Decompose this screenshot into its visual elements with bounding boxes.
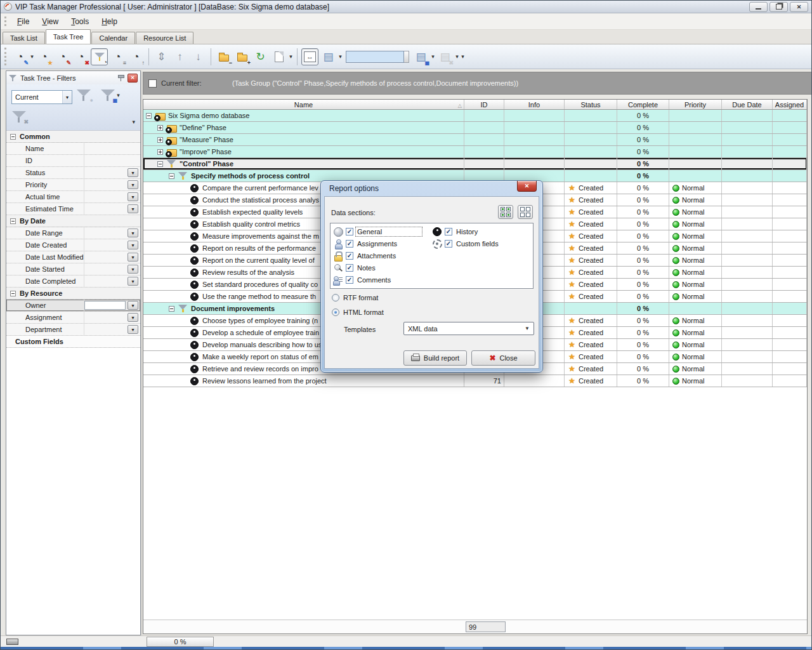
data-section-attachments[interactable]: Attachments: [333, 249, 422, 262]
column-header-id[interactable]: ID: [464, 100, 504, 109]
filter-item-status[interactable]: Status: [6, 167, 140, 179]
filter-item-date-completed[interactable]: Date Completed: [6, 275, 140, 288]
clear-filter-button[interactable]: ✖: [11, 110, 27, 124]
column-header-due-date[interactable]: Due Date: [722, 100, 773, 109]
column-header-status[interactable]: Status: [565, 100, 617, 109]
checkbox-checked[interactable]: [445, 228, 452, 235]
collapse-icon[interactable]: [10, 218, 16, 224]
tab-task-list[interactable]: Task List: [3, 32, 45, 44]
filters-close-button[interactable]: [128, 74, 138, 83]
restore-button[interactable]: [769, 2, 788, 12]
expand-all-button[interactable]: +: [233, 48, 251, 65]
templates-select[interactable]: XML data: [403, 322, 534, 335]
new-subtask-button[interactable]: ◔★: [36, 48, 53, 65]
filter-item-date-created[interactable]: Date Created: [6, 239, 140, 251]
radio-rtf-format[interactable]: RTF format: [332, 294, 378, 302]
column-header-complete[interactable]: Complete: [617, 100, 669, 109]
chevron-down-icon[interactable]: [128, 277, 138, 286]
pin-icon[interactable]: [117, 74, 124, 82]
save-layout-button-dropdown[interactable]: [430, 53, 436, 60]
report-button-dropdown[interactable]: [288, 53, 294, 60]
chevron-down-icon[interactable]: [128, 325, 138, 334]
chevron-down-icon[interactable]: [128, 313, 138, 322]
filter-preset-select[interactable]: Current: [11, 90, 72, 104]
table-row[interactable]: "Control" Phase0 %: [143, 158, 807, 170]
filter-item-priority[interactable]: Priority: [6, 179, 140, 191]
checkbox-checked[interactable]: [346, 252, 353, 260]
expander-minus-icon[interactable]: [169, 306, 174, 312]
task-reminder-button[interactable]: ◔↑: [128, 48, 145, 65]
table-row[interactable]: "Measure" Phase0 %: [143, 134, 807, 146]
chevron-down-icon[interactable]: [128, 265, 138, 274]
expander-plus-icon[interactable]: [157, 149, 163, 155]
checkbox-checked[interactable]: [445, 240, 452, 248]
dialog-close-icon[interactable]: [517, 181, 537, 192]
filter-section-by-resource[interactable]: By Resource: [6, 288, 140, 300]
checkbox-checked[interactable]: [346, 240, 353, 248]
menu-file[interactable]: File: [11, 15, 36, 29]
filter-item-id[interactable]: ID: [6, 155, 140, 167]
column-header-name[interactable]: Name: [143, 100, 464, 109]
toolbar-overflow-button[interactable]: [460, 53, 466, 60]
new-task-button[interactable]: ◔✎: [11, 48, 29, 65]
expander-plus-icon[interactable]: [157, 125, 163, 131]
chevron-down-icon[interactable]: [128, 301, 138, 310]
filter-item-name[interactable]: Name: [6, 143, 140, 155]
filter-item-owner[interactable]: Owner: [6, 300, 140, 312]
chevron-down-icon[interactable]: [128, 253, 138, 262]
data-section-notes[interactable]: Notes: [333, 262, 422, 274]
report-button[interactable]: [270, 48, 287, 65]
chevron-down-icon[interactable]: [128, 241, 138, 249]
tab-task-tree[interactable]: Task Tree: [46, 29, 91, 44]
collapse-icon[interactable]: [10, 134, 16, 140]
chevron-down-icon[interactable]: [128, 180, 138, 189]
data-section-comments[interactable]: Comments: [333, 274, 422, 286]
chevron-down-icon[interactable]: [128, 192, 138, 201]
filter-item-assignment[interactable]: Assignment: [6, 312, 140, 324]
quick-search-input[interactable]: [346, 51, 404, 63]
new-task-button-dropdown[interactable]: [29, 53, 35, 60]
column-header-assigned[interactable]: Assigned: [773, 100, 807, 109]
customize-grid-button-dropdown[interactable]: [337, 53, 343, 60]
chevron-down-icon[interactable]: [128, 204, 138, 213]
checkbox-checked[interactable]: [346, 276, 353, 284]
filter-section-by-date[interactable]: By Date: [6, 215, 140, 227]
task-notes-button[interactable]: ◔≡: [109, 48, 126, 65]
filter-item-date-range[interactable]: Date Range: [6, 227, 140, 239]
deselect-all-sections-button[interactable]: [518, 205, 533, 219]
table-row[interactable]: Six Sigma demo database0 %: [143, 110, 807, 122]
expander-minus-icon[interactable]: [146, 113, 152, 119]
search-resize-handle[interactable]: [404, 51, 409, 63]
filter-item-department[interactable]: Department: [6, 324, 140, 336]
menu-help[interactable]: Help: [95, 15, 124, 29]
refresh-button[interactable]: ↻: [252, 48, 269, 65]
data-section-history[interactable]: History: [432, 225, 500, 237]
save-filter-button[interactable]: ◼: [100, 88, 121, 102]
checkbox-checked[interactable]: [346, 228, 353, 235]
table-row[interactable]: Review lessons learned from the project7…: [143, 375, 807, 387]
move-up-button[interactable]: ↑: [171, 48, 188, 65]
delete-layout-button-dropdown[interactable]: [454, 53, 460, 60]
table-row[interactable]: "Improve" Phase0 %: [143, 146, 807, 158]
checkbox-checked[interactable]: [346, 264, 353, 272]
chevron-down-icon[interactable]: [62, 91, 72, 103]
fit-columns-button[interactable]: ↔: [301, 48, 318, 65]
menu-tools[interactable]: Tools: [65, 15, 95, 29]
data-section-general[interactable]: General: [333, 225, 422, 237]
filter-item-date-started[interactable]: Date Started: [6, 263, 140, 275]
chevron-down-icon[interactable]: [521, 322, 534, 335]
table-row[interactable]: "Define" Phase0 %: [143, 122, 807, 134]
minimize-button[interactable]: [749, 2, 768, 12]
filter-item-estimated-time[interactable]: Estimated Time: [6, 203, 140, 215]
filters-more-button[interactable]: [132, 117, 135, 125]
chevron-down-icon[interactable]: [128, 168, 138, 177]
filter-item-actual-time[interactable]: Actual time: [6, 191, 140, 203]
filter-tasks-button[interactable]: ◔: [91, 48, 108, 65]
expander-minus-icon[interactable]: [157, 161, 163, 167]
column-header-info[interactable]: Info: [504, 100, 565, 109]
data-section-custom-fields[interactable]: Custom fields: [432, 237, 500, 249]
dialog-close-button[interactable]: Close: [471, 350, 535, 366]
tab-calendar[interactable]: Calendar: [91, 32, 135, 44]
collapse-all-button[interactable]: −: [215, 48, 232, 65]
select-all-sections-button[interactable]: [498, 205, 513, 219]
